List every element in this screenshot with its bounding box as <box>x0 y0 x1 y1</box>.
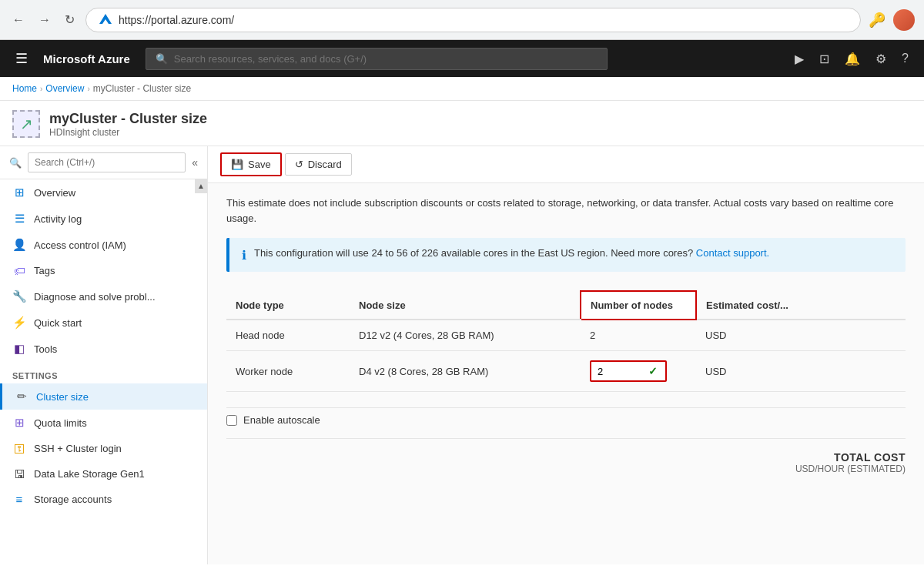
content-body: This estimate does not include subscript… <box>208 183 924 499</box>
sidebar-item-tags[interactable]: 🏷 Tags <box>0 258 207 283</box>
notifications-button[interactable]: 🔔 <box>839 47 866 71</box>
overview-icon: ⊞ <box>12 186 26 199</box>
worker-node-est-cost: USD <box>696 351 906 392</box>
table-row: Worker node D4 v2 (8 Cores, 28 GB RAM) ✓… <box>226 351 906 392</box>
breadcrumb-current: myCluster - Cluster size <box>93 83 191 94</box>
azure-navbar: ☰ Microsoft Azure 🔍 ▶ ⊡ 🔔 ⚙ ? <box>0 40 924 77</box>
col-header-num-nodes: Number of nodes <box>581 291 696 320</box>
sidebar-item-cluster-size-label: Cluster size <box>36 391 89 403</box>
sidebar-search-input[interactable] <box>28 152 186 172</box>
content-toolbar: 💾 Save ↺ Discard <box>208 146 924 183</box>
page-title: myCluster - Cluster size <box>49 111 207 127</box>
nav-icons: ▶ ⊡ 🔔 ⚙ ? <box>788 47 915 71</box>
cluster-icon: ↗ <box>12 110 40 138</box>
col-header-node-size: Node size <box>350 291 581 320</box>
azure-brand-label: Microsoft Azure <box>43 52 130 65</box>
sidebar-item-overview[interactable]: ⊞ Overview <box>0 179 207 206</box>
breadcrumb-sep-1: › <box>40 85 42 93</box>
worker-node-count-input[interactable] <box>598 366 644 377</box>
info-banner: ℹ This configuration will use 24 to 56 o… <box>226 238 906 272</box>
sidebar-item-quota-limits[interactable]: ⊞ Quota limits <box>0 410 207 436</box>
browser-refresh-button[interactable]: ↻ <box>62 9 78 30</box>
settings-button[interactable]: ⚙ <box>869 47 892 71</box>
discard-label: Discard <box>308 159 342 170</box>
total-cost-sub-label: USD/HOUR (ESTIMATED) <box>226 464 906 474</box>
discard-icon: ↺ <box>295 159 303 170</box>
sidebar-item-data-lake[interactable]: 🖫 Data Lake Storage Gen1 <box>0 461 207 487</box>
quick-start-icon: ⚡ <box>12 316 26 330</box>
data-lake-icon: 🖫 <box>12 467 26 480</box>
sidebar-search-bar[interactable]: 🔍 « <box>0 146 207 179</box>
storage-accounts-icon: ≡ <box>12 493 26 506</box>
sidebar-scroll-up-button[interactable]: ▲ <box>195 179 207 193</box>
nav-search-bar[interactable]: 🔍 <box>146 48 608 70</box>
sidebar-item-ssh-login-label: SSH + Cluster login <box>34 443 122 454</box>
worker-node-num-nodes-cell: ✓ <box>581 351 696 392</box>
autoscale-row: Enable autoscale <box>226 407 906 432</box>
page-header: ↗ myCluster - Cluster size HDInsight clu… <box>0 101 924 146</box>
diagnose-icon: 🔧 <box>12 290 26 303</box>
sidebar-item-storage-accounts-label: Storage accounts <box>34 494 112 505</box>
col-header-node-type: Node type <box>226 291 350 320</box>
cloud-shell-button[interactable]: ▶ <box>788 47 810 71</box>
discard-button[interactable]: ↺ Discard <box>285 153 352 176</box>
main-layout: 🔍 « ▲ ⊞ Overview ☰ Activity log 👤 Access… <box>0 146 924 564</box>
browser-forward-button[interactable]: → <box>35 10 54 30</box>
sidebar-item-ssh-login[interactable]: ⚿ SSH + Cluster login <box>0 436 207 461</box>
page-subtitle: HDInsight cluster <box>49 127 207 138</box>
nav-search-input[interactable] <box>174 53 598 65</box>
tags-icon: 🏷 <box>12 264 26 277</box>
worker-node-type: Worker node <box>226 351 350 392</box>
url-text: https://portal.azure.com/ <box>119 14 234 26</box>
sidebar-item-diagnose-label: Diagnose and solve probl... <box>34 291 156 303</box>
browser-chrome: ← → ↻ https://portal.azure.com/ 🔑 <box>0 0 924 40</box>
azure-logo-icon <box>99 13 112 27</box>
sidebar-item-quick-start-label: Quick start <box>34 317 82 329</box>
total-cost-label: TOTAL COST <box>226 451 906 464</box>
disclaimer-text: This estimate does not include subscript… <box>226 196 906 226</box>
sidebar-item-data-lake-label: Data Lake Storage Gen1 <box>34 468 145 480</box>
worker-node-size: D4 v2 (8 Cores, 28 GB RAM) <box>350 351 581 392</box>
activity-log-icon: ☰ <box>12 212 26 226</box>
sidebar-item-diagnose[interactable]: 🔧 Diagnose and solve probl... <box>0 283 207 310</box>
page-header-text: myCluster - Cluster size HDInsight clust… <box>49 111 207 138</box>
sidebar-item-quick-start[interactable]: ⚡ Quick start <box>0 310 207 336</box>
settings-section-label: Settings <box>0 362 207 383</box>
breadcrumb-home[interactable]: Home <box>12 83 37 94</box>
total-cost-section: TOTAL COST USD/HOUR (ESTIMATED) <box>226 438 906 487</box>
autoscale-label[interactable]: Enable autoscale <box>243 414 320 426</box>
sidebar-item-tools[interactable]: ◧ Tools <box>0 336 207 362</box>
search-icon: 🔍 <box>156 53 168 65</box>
col-header-est-cost: Estimated cost/... <box>696 291 906 320</box>
cluster-size-icon: ✏ <box>15 390 28 403</box>
info-banner-text: This configuration will use 24 to 56 of … <box>254 247 693 259</box>
sidebar-item-access-control[interactable]: 👤 Access control (IAM) <box>0 232 207 258</box>
info-banner-content: This configuration will use 24 to 56 of … <box>254 247 769 259</box>
worker-node-input-wrapper[interactable]: ✓ <box>590 360 667 382</box>
head-node-size: D12 v2 (4 Cores, 28 GB RAM) <box>350 320 581 351</box>
node-input-check-icon: ✓ <box>648 365 658 377</box>
table-header-row: Node type Node size Number of nodes Esti… <box>226 291 906 320</box>
save-button[interactable]: 💾 Save <box>220 152 282 176</box>
sidebar: 🔍 « ▲ ⊞ Overview ☰ Activity log 👤 Access… <box>0 146 208 564</box>
help-button[interactable]: ? <box>896 47 915 70</box>
browser-back-button[interactable]: ← <box>9 10 28 30</box>
key-icon: 🔑 <box>869 12 886 28</box>
breadcrumb-overview[interactable]: Overview <box>45 83 84 94</box>
sidebar-item-storage-accounts[interactable]: ≡ Storage accounts <box>0 487 207 512</box>
breadcrumb-sep-2: › <box>87 85 89 93</box>
info-icon: ℹ <box>242 248 246 263</box>
sidebar-item-tools-label: Tools <box>34 343 57 355</box>
hamburger-menu-button[interactable]: ☰ <box>9 47 34 70</box>
sidebar-collapse-button[interactable]: « <box>192 156 198 169</box>
sidebar-item-cluster-size[interactable]: ✏ Cluster size <box>0 383 207 410</box>
url-bar[interactable]: https://portal.azure.com/ <box>85 8 861 32</box>
sidebar-item-overview-label: Overview <box>34 187 75 199</box>
tools-icon: ◧ <box>12 342 26 356</box>
head-node-type: Head node <box>226 320 350 351</box>
sidebar-item-activity-log[interactable]: ☰ Activity log <box>0 206 207 232</box>
autoscale-checkbox[interactable] <box>226 415 237 426</box>
sidebar-item-quota-limits-label: Quota limits <box>34 417 87 429</box>
portal-settings-icon-button[interactable]: ⊡ <box>813 47 835 71</box>
contact-support-link[interactable]: Contact support. <box>696 247 769 259</box>
